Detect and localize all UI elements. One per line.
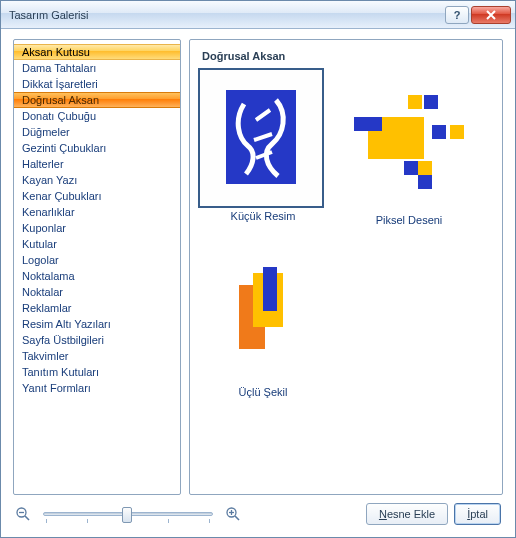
- category-item[interactable]: Noktalama: [14, 268, 180, 284]
- thumb-caption: Piksel Deseni: [346, 214, 472, 226]
- cancel-button[interactable]: İptal: [454, 503, 501, 525]
- category-item[interactable]: Kayan Yazı: [14, 172, 180, 188]
- category-item[interactable]: Noktalar: [14, 284, 180, 300]
- thumbnail-grid: Küçük ResimPiksel DeseniÜçlü Şekil: [200, 70, 492, 414]
- category-item[interactable]: Yanıt Formları: [14, 380, 180, 396]
- category-item[interactable]: Halterler: [14, 156, 180, 172]
- gallery-thumb[interactable]: Üçlü Şekil: [200, 242, 326, 398]
- thumb-caption: Küçük Resim: [200, 210, 326, 222]
- window-title: Tasarım Galerisi: [9, 9, 443, 21]
- category-item[interactable]: Tanıtım Kutuları: [14, 364, 180, 380]
- titlebar[interactable]: Tasarım Galerisi ?: [1, 1, 515, 29]
- bottom-bar: Nesne Ekle İptal: [13, 495, 503, 529]
- gallery-panel: Doğrusal Aksan Küçük ResimPiksel DeseniÜ…: [189, 39, 503, 495]
- category-item[interactable]: Dama Tahtaları: [14, 60, 180, 76]
- zoom-in-icon[interactable]: [225, 506, 241, 522]
- category-item[interactable]: Reklamlar: [14, 300, 180, 316]
- category-item[interactable]: Dikkat İşaretleri: [14, 76, 180, 92]
- close-icon: [485, 10, 497, 20]
- category-item[interactable]: Düğmeler: [14, 124, 180, 140]
- thumb-caption: Üçlü Şekil: [200, 386, 326, 398]
- design-gallery-dialog: Tasarım Galerisi ? Aksan KutusuDama Taht…: [0, 0, 516, 538]
- category-item[interactable]: Donatı Çubuğu: [14, 108, 180, 124]
- category-item[interactable]: Kenarlıklar: [14, 204, 180, 220]
- category-item[interactable]: Sayfa Üstbilgileri: [14, 332, 180, 348]
- category-item[interactable]: Doğrusal Aksan: [14, 92, 180, 108]
- category-item[interactable]: Takvimler: [14, 348, 180, 364]
- dialog-body: Aksan KutusuDama TahtalarıDikkat İşaretl…: [1, 29, 515, 537]
- category-item[interactable]: Logolar: [14, 252, 180, 268]
- help-button[interactable]: ?: [445, 6, 469, 24]
- category-list[interactable]: Aksan KutusuDama TahtalarıDikkat İşaretl…: [13, 39, 181, 495]
- category-item[interactable]: Kutular: [14, 236, 180, 252]
- gallery-thumb[interactable]: Küçük Resim: [200, 70, 326, 226]
- category-item[interactable]: Resim Altı Yazıları: [14, 316, 180, 332]
- insert-object-button[interactable]: Nesne Ekle: [366, 503, 448, 525]
- gallery-heading: Doğrusal Aksan: [200, 48, 492, 70]
- category-item[interactable]: Gezinti Çubukları: [14, 140, 180, 156]
- zoom-out-icon[interactable]: [15, 506, 31, 522]
- category-item[interactable]: Kenar Çubukları: [14, 188, 180, 204]
- svg-line-5: [235, 516, 239, 520]
- panels: Aksan KutusuDama TahtalarıDikkat İşaretl…: [13, 39, 503, 495]
- zoom-slider-knob[interactable]: [122, 507, 132, 523]
- category-item[interactable]: Kuponlar: [14, 220, 180, 236]
- zoom-slider[interactable]: [43, 512, 213, 516]
- svg-line-2: [25, 516, 29, 520]
- close-button[interactable]: [471, 6, 511, 24]
- gallery-thumb[interactable]: Piksel Deseni: [346, 70, 472, 226]
- category-item[interactable]: Aksan Kutusu: [14, 44, 180, 60]
